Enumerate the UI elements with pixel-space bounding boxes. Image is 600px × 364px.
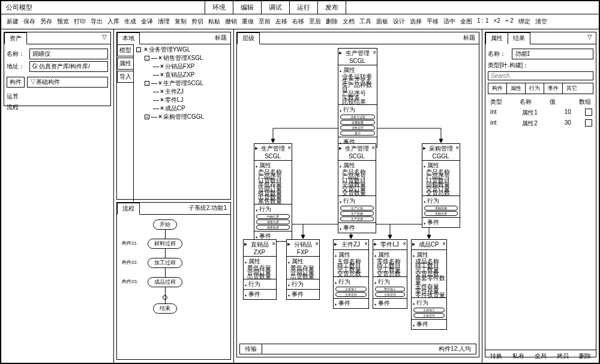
menu-publish[interactable]: 发布 [318,1,346,14]
subtab-behavior[interactable]: 行为 [526,83,544,94]
tb-design[interactable]: 设计 [391,16,407,27]
subtab-attr[interactable]: 属性 [507,83,526,94]
tb-print[interactable]: 打印 [72,16,88,27]
array-checkbox-1[interactable] [585,109,592,116]
hierarchy-column: 层级 标题 [234,29,482,364]
menu-run[interactable]: 运行 [290,1,318,14]
tb-compile[interactable]: 全译 [139,16,155,27]
prop-row-2[interactable]: int 属性2 30 [488,118,593,129]
tb-copy[interactable]: 复制 [173,16,188,27]
hier-title: 标题 [460,32,479,44]
flow-start[interactable]: 开始 [153,219,177,230]
tb-all[interactable]: 全图 [458,16,474,27]
tb-right[interactable]: 右移 [290,16,306,27]
side-flow[interactable]: 流程 [7,102,108,113]
tb-bind[interactable]: 绑定 [517,16,532,27]
tb-delete[interactable]: 删除 [324,16,340,27]
tb-undo[interactable]: 撤销 [223,16,239,27]
tab-assets[interactable]: 资产 [4,32,27,44]
subtab-event[interactable]: 事件 [544,83,563,94]
menu-edit[interactable]: 编辑 [233,1,262,14]
tb-saveas[interactable]: 另存 [38,16,54,27]
tab-transport[interactable]: 传输 [240,344,262,354]
tb-cut[interactable]: 剪切 [190,16,205,27]
btn-copy[interactable]: 拷贝 [557,352,569,360]
tb-x2[interactable]: ×2 [491,16,502,27]
tab-hier[interactable]: 层级 [237,32,260,44]
flow-n2[interactable]: 加工过程 [148,258,182,268]
prop-name-input[interactable]: 功能1 [512,49,593,59]
btn-global[interactable]: 全局 [535,352,547,360]
tab-flow[interactable]: 流程 [117,203,140,215]
flowchart[interactable]: 开始 材料过程 构件21. 加工过程 构件22. 成品过程 构件23. 结束 [117,215,230,323]
tb-tool[interactable]: 工具 [358,16,373,27]
transport-bar: 传输 构件12.人均 [239,344,476,354]
prop-name-label: 名称： [488,50,509,58]
prop-row-1[interactable]: int 属性1 10 [488,107,593,118]
box-lj[interactable]: ▸零件LJ× ▴ 属性零件名称待工数目完工数量交货总数 ▴ 行为零件加工主体交付… [373,239,407,309]
tb-select[interactable]: 选择 [408,16,424,27]
tb-redo[interactable]: 重做 [240,16,256,27]
box-cggl[interactable]: ▸采购管理CGGL× ▴ 属性产品名称产品序号订货数目回购数量交货订量交货总数 … [422,143,460,228]
btn-delete[interactable]: 删除 [579,352,591,360]
flow-n3[interactable]: 成品过程 [148,277,182,287]
side-calc[interactable]: 运算 [7,91,108,102]
box-scgl-3[interactable]: ▸生产管理SCGL× ▴ 属性产品名称产品序号订货数目完成数量交货订量交货数量 … [338,143,376,233]
property-grid: 类型 名称 值 数组 int 属性1 10 int 属性2 30 [488,97,593,129]
subtab-other[interactable]: 其它 [563,83,581,94]
box-fxp[interactable]: ▸分销品FXP× ▴ 属性最低存量合同订量出货数量 ▴ 行为 ▴ 事件 [286,239,320,300]
tb-front[interactable]: 至前 [257,16,272,27]
asset-component-select[interactable]: ▽基础构件 [27,77,108,88]
box-zxp[interactable]: ▸直销品ZXP× ▴ 属性最低存量合同订量出货数量 ▴ 行为 ▴ 事件 [243,239,277,300]
tb-preview[interactable]: 预览 [55,16,71,27]
tab-props[interactable]: 属性 [485,32,508,44]
tb-doc[interactable]: 文档 [341,16,356,27]
tb-left[interactable]: 左移 [274,16,289,27]
tb-panel[interactable]: 面板 [374,16,390,27]
menu-env[interactable]: 环境 [205,1,233,14]
tb-save[interactable]: 保存 [22,16,37,27]
vt-attr[interactable]: 属性 [117,58,134,70]
tb-paste[interactable]: 粘贴 [206,16,222,27]
tb-new[interactable]: 新建 [5,16,20,27]
tb-11[interactable]: 1 : 1 [475,16,490,27]
tb-export[interactable]: 导出 [89,16,104,27]
tab-local[interactable]: 本地 [117,32,140,44]
local-column: 本地 标题 模型 属性 导入 -×业务管理YWGL -×销售管理XSGL ×分销… [114,29,234,364]
model-tree[interactable]: -×业务管理YWGL -×销售管理XSGL ×分销品FXP ×直销品ZXP -×… [133,44,230,201]
flow-n1[interactable]: 材料过程 [148,239,182,249]
box-zj[interactable]: ▸主件ZJ× ▴ 属性主件名称待工数目完工数量交货总数 ▴ 行为主体加工主体交付… [333,239,369,309]
flow-title: 子系统2.功能1 [185,203,230,215]
tab-results[interactable]: 结果 [508,32,530,44]
local-title: 标题 [211,32,230,44]
tb-fit[interactable]: 适中 [442,16,457,27]
btn-private[interactable]: 私有 [512,352,524,360]
props-dropdown-icon[interactable]: ▽ [584,32,596,44]
top-menu: 环境 编辑 调试 运行 发布 [205,1,346,14]
btn-convert[interactable]: 转换 [490,352,502,360]
tb-back[interactable]: 至后 [307,16,323,27]
vt-import[interactable]: 导入 [117,71,134,83]
box-cp[interactable]: ▸成品CP× ▴ 属性成品名称待工数目完工数量交货总数单套零件数量主件存量零件存… [411,239,447,330]
tb-clean[interactable]: 清理 [156,16,172,27]
tb-clear[interactable]: 清空 [533,16,549,27]
hierarchy-canvas[interactable]: ▸生产管理SCGL× ▴ 属性业务运转率生产正常名生产品种数目产品序号实数多比较… [237,44,479,359]
svg-marker-3 [271,139,275,143]
array-checkbox-2[interactable] [585,119,592,127]
vt-model[interactable]: 模型 [117,44,134,56]
box-scgl-2[interactable]: ▸生产管理SCGL× ▴ 属性产品名称产品序号订货数目库低存量合同订量收货数量出… [254,143,292,242]
menu-debug[interactable]: 调试 [262,1,290,14]
svg-marker-17 [388,235,392,239]
tb-pan[interactable]: 平移 [425,16,440,27]
col-name: 名称 [517,97,547,107]
asset-name-input[interactable]: 观瞄仪 [29,49,108,59]
tb-d2[interactable]: ÷ 2 [503,16,515,27]
tb-store[interactable]: 入库 [106,16,121,27]
tb-gen[interactable]: 生成 [122,16,138,27]
assets-dropdown-icon[interactable]: ▽ [98,32,110,44]
flow-end[interactable]: 结束 [153,303,177,314]
subtab-component[interactable]: 构件 [488,83,507,94]
asset-addr-input[interactable]: G:仿真资产库/构件库/ [29,61,108,72]
search-input[interactable] [488,71,593,80]
box-scgl-root[interactable]: ▸生产管理SCGL× ▴ 属性业务运转率生产正常名生产品种数目产品序号实数多比较… [338,48,377,148]
